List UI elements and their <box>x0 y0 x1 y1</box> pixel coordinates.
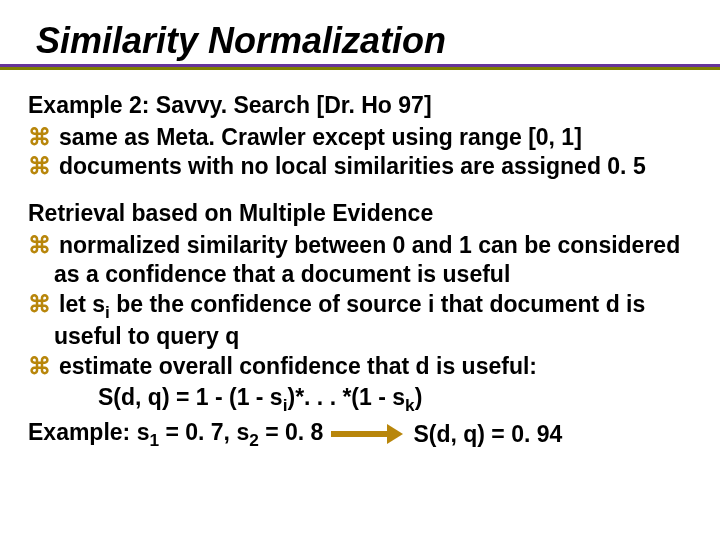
slide: Similarity Normalization Example 2: Savv… <box>0 0 720 540</box>
bullet-icon: ⌘ <box>28 291 59 317</box>
title-rule <box>28 64 692 70</box>
example-left: Example: s1 = 0. 7, s2 = 0. 8 <box>28 418 323 451</box>
page-title: Similarity Normalization <box>36 20 692 62</box>
list-item: ⌘let si be the confidence of source i th… <box>28 290 692 352</box>
list-item: ⌘estimate overall confidence that d is u… <box>28 352 692 381</box>
rule-olive <box>0 67 720 70</box>
list-item: ⌘documents with no local similarities ar… <box>28 152 692 181</box>
section2-list: ⌘normalized similarity between 0 and 1 c… <box>28 231 692 381</box>
item-text: same as Meta. Crawler except using range… <box>59 124 582 150</box>
example-row: Example: s1 = 0. 7, s2 = 0. 8 S(d, q) = … <box>28 418 692 451</box>
item-text: documents with no local similarities are… <box>59 153 646 179</box>
list-item: ⌘normalized similarity between 0 and 1 c… <box>28 231 692 290</box>
item-text: let si be the confidence of source i tha… <box>54 291 645 350</box>
section1-list: ⌘same as Meta. Crawler except using rang… <box>28 123 692 182</box>
item-text: estimate overall confidence that d is us… <box>59 353 537 379</box>
bullet-icon: ⌘ <box>28 353 59 379</box>
list-item: ⌘same as Meta. Crawler except using rang… <box>28 123 692 152</box>
arrow-icon <box>331 424 403 444</box>
bullet-icon: ⌘ <box>28 124 59 150</box>
item-text: normalized similarity between 0 and 1 ca… <box>54 232 680 287</box>
formula: S(d, q) = 1 - (1 - si)*. . . *(1 - sk) <box>98 383 692 416</box>
example-right: S(d, q) = 0. 94 <box>413 420 562 449</box>
section2-heading: Retrieval based on Multiple Evidence <box>28 200 692 227</box>
section1-heading: Example 2: Savvy. Search [Dr. Ho 97] <box>28 92 692 119</box>
bullet-icon: ⌘ <box>28 232 59 258</box>
bullet-icon: ⌘ <box>28 153 59 179</box>
